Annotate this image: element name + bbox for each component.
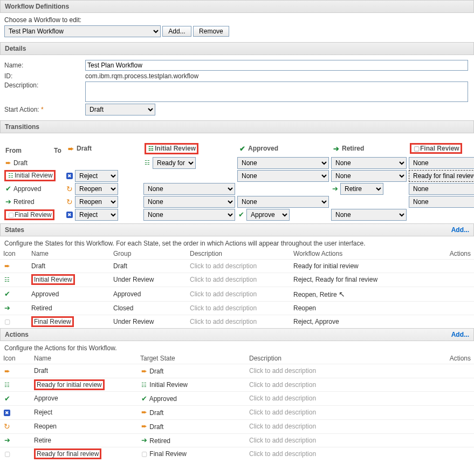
state-workflow-actions: Reject, Ready for final review xyxy=(290,273,430,287)
state-workflow-actions: Reopen, Retire ↖ xyxy=(290,287,430,301)
states-table: Icon Name Group Description Workflow Act… xyxy=(0,248,474,329)
final-icon xyxy=(413,145,420,152)
transition-cell: None xyxy=(331,208,407,221)
state-name: Draft xyxy=(28,259,110,273)
action-target: Draft xyxy=(137,364,246,378)
action-name: Ready for initial review xyxy=(31,378,137,392)
remove-workflow-button[interactable]: Remove xyxy=(193,26,229,37)
transitions-row-approved: Approved xyxy=(4,182,64,195)
review-icon xyxy=(7,172,15,180)
cursor-icon: ↖ xyxy=(339,290,345,298)
transition-cell: None xyxy=(409,195,474,208)
approved-icon xyxy=(3,290,11,297)
transition-select[interactable]: None xyxy=(143,209,235,221)
workflow-definitions-header: Workflow Definitions xyxy=(0,0,474,13)
add-action-link[interactable]: Add... xyxy=(451,331,469,338)
reopen-icon xyxy=(66,198,73,206)
transition-select[interactable]: Reject xyxy=(75,209,118,221)
transition-cell: Approve xyxy=(237,208,329,221)
action-row[interactable]: Reopen DraftClick to add description xyxy=(0,419,474,433)
review-icon xyxy=(147,145,155,153)
action-row[interactable]: Draft DraftClick to add description xyxy=(0,364,474,378)
transition-select[interactable]: None xyxy=(331,157,407,169)
state-row[interactable]: Initial ReviewUnder ReviewClick to add d… xyxy=(0,273,474,287)
action-target: Retired xyxy=(137,433,246,447)
transition-select[interactable]: Ready for final review xyxy=(409,170,474,182)
transition-cell: Reject xyxy=(66,208,141,221)
transition-cell: None xyxy=(143,208,235,221)
transition-cell: Ready for initial review xyxy=(143,157,235,169)
state-description[interactable]: Click to add description xyxy=(187,287,290,301)
transition-select[interactable]: Reopen xyxy=(75,196,118,208)
state-group: Under Review xyxy=(110,315,187,329)
transition-cell: None xyxy=(237,157,329,169)
action-description[interactable]: Click to add description xyxy=(246,447,430,461)
workflow-select[interactable]: Test Plan Workflow xyxy=(4,25,161,37)
description-input[interactable] xyxy=(85,81,468,102)
action-description[interactable]: Click to add description xyxy=(246,419,430,433)
transition-cell xyxy=(237,182,329,195)
action-description[interactable]: Click to add description xyxy=(246,378,430,392)
transition-select[interactable]: None xyxy=(409,183,474,195)
state-description[interactable]: Click to add description xyxy=(187,259,290,273)
action-row[interactable]: Retire RetiredClick to add description xyxy=(0,433,474,447)
state-group: Closed xyxy=(110,301,187,315)
transitions-col-final-review: Final Review xyxy=(409,135,474,157)
transitions-col-draft: Draft xyxy=(66,135,141,157)
transitions-col-approved: Approved xyxy=(237,135,329,157)
add-state-link[interactable]: Add... xyxy=(451,226,469,234)
approved-icon xyxy=(4,185,12,193)
transition-select[interactable]: Retire xyxy=(340,183,383,195)
action-description[interactable]: Click to add description xyxy=(246,405,430,419)
transition-select[interactable]: None xyxy=(237,196,329,208)
transition-select[interactable]: None xyxy=(143,196,235,208)
state-row[interactable]: RetiredClosedClick to add descriptionReo… xyxy=(0,301,474,315)
transition-select[interactable]: None xyxy=(409,157,474,169)
state-row[interactable]: DraftDraftClick to add descriptionReady … xyxy=(0,259,474,273)
final-icon xyxy=(3,318,11,325)
retired-icon xyxy=(140,437,148,444)
state-workflow-actions: Ready for initial review xyxy=(290,259,430,273)
transition-select[interactable]: None xyxy=(143,183,235,195)
start-action-label: Start Action: * xyxy=(4,106,85,113)
action-description[interactable]: Click to add description xyxy=(246,364,430,378)
state-workflow-actions: Reopen xyxy=(290,301,430,315)
transition-select[interactable]: None xyxy=(237,170,329,182)
transition-select[interactable]: Reject xyxy=(75,170,118,182)
name-input[interactable] xyxy=(85,60,468,71)
transition-cell: None xyxy=(331,157,407,169)
transition-cell: Reopen xyxy=(66,195,141,208)
final-icon xyxy=(7,211,15,219)
state-row[interactable]: Final ReviewUnder ReviewClick to add des… xyxy=(0,315,474,329)
transition-cell: Retire xyxy=(331,182,407,195)
action-name: Retire xyxy=(31,433,137,447)
transition-select[interactable]: Ready for initial review xyxy=(153,157,196,169)
action-description[interactable]: Click to add description xyxy=(246,433,430,447)
transition-cell: None xyxy=(143,195,235,208)
action-row[interactable]: Approve ApprovedClick to add description xyxy=(0,392,474,406)
action-row[interactable]: Ready for final review Final ReviewClick… xyxy=(0,447,474,461)
transition-select[interactable]: None xyxy=(331,170,407,182)
final-icon xyxy=(140,450,148,458)
transition-cell: None xyxy=(143,182,235,195)
action-target: Initial Review xyxy=(137,378,246,392)
state-row[interactable]: ApprovedApprovedClick to add description… xyxy=(0,287,474,301)
action-row[interactable]: Ready for initial review Initial ReviewC… xyxy=(0,378,474,392)
transition-select[interactable]: Approve xyxy=(246,209,290,221)
name-label: Name: xyxy=(4,62,85,69)
action-row[interactable]: Reject DraftClick to add description xyxy=(0,405,474,419)
action-description[interactable]: Click to add description xyxy=(246,392,430,406)
state-description[interactable]: Click to add description xyxy=(187,273,290,287)
transition-select[interactable]: None xyxy=(409,196,474,208)
state-description[interactable]: Click to add description xyxy=(187,301,290,315)
transition-cell: Reopen xyxy=(66,182,141,195)
transitions-row-draft: Draft xyxy=(4,157,64,169)
state-description[interactable]: Click to add description xyxy=(187,315,290,329)
add-workflow-button[interactable]: Add... xyxy=(162,26,191,37)
transition-select[interactable]: Reopen xyxy=(75,183,118,195)
actions-table: Icon Name Target State Description Actio… xyxy=(0,353,474,460)
approved-icon xyxy=(238,145,246,152)
transition-select[interactable]: None xyxy=(237,157,329,169)
start-action-select[interactable]: Draft xyxy=(85,104,155,115)
transition-select[interactable]: None xyxy=(331,209,407,221)
